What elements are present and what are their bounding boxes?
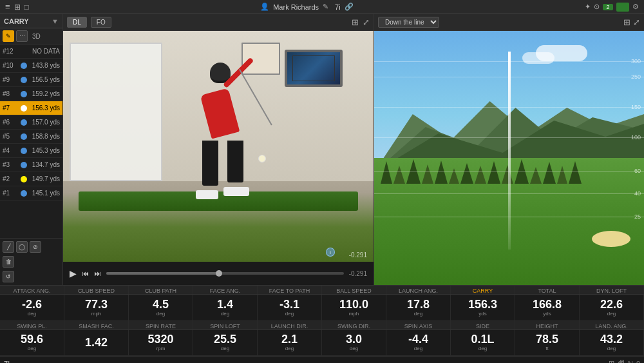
- view-dropdown[interactable]: Down the line: [378, 17, 439, 28]
- club-label: 7i: [335, 3, 341, 11]
- tree-11: [515, 159, 529, 184]
- dl-tab[interactable]: DL: [67, 17, 87, 28]
- data-headers-row2: SWING PL.SMASH FAC.SPIN RATESPIN LOFTLAU…: [0, 321, 644, 330]
- shot-item-#5[interactable]: #5158.8 yds: [0, 130, 62, 144]
- pen-tool-btn[interactable]: ✎: [3, 30, 14, 42]
- shot-num: #2: [3, 175, 21, 182]
- col-header-0: ATTACK ANG.: [0, 286, 64, 294]
- refresh-tool[interactable]: ↺: [3, 271, 14, 282]
- data-panel: ATTACK ANG.CLUB SPEEDCLUB PATHFACE ANG.F…: [0, 285, 644, 356]
- shot-item-#9[interactable]: #9156.5 yds: [0, 73, 62, 87]
- shot-dist: 159.2 yds: [29, 90, 60, 97]
- shot-item-#6[interactable]: #6157.0 yds: [0, 115, 62, 130]
- pen-icon[interactable]: ✎: [323, 3, 328, 11]
- shot-item-#2[interactable]: #2149.7 yds: [0, 172, 62, 186]
- shot-item-#7[interactable]: #7156.3 yds: [0, 101, 62, 115]
- gear-icon[interactable]: ⚙: [632, 3, 639, 11]
- data-value: 43.2: [600, 333, 623, 345]
- video-toolbar: DL FO ⊞ ⤢: [63, 14, 374, 31]
- view-3d-frame: 300 250 150 100 60 40 25: [374, 31, 644, 285]
- sidebar: CARRY ▼ ✎ ⋯ 3D #12NO DATA#10143.8 yds#91…: [0, 14, 63, 285]
- delete-tool[interactable]: 🗑: [3, 256, 14, 268]
- menu-icon[interactable]: ≡: [5, 2, 10, 12]
- tree-1: [381, 161, 392, 184]
- info-overlay[interactable]: i: [326, 248, 335, 257]
- fo-tab[interactable]: FO: [91, 17, 111, 28]
- data-unit: deg: [221, 346, 229, 351]
- shot-item-#3[interactable]: #3134.7 yds: [0, 158, 62, 172]
- tv-screen: [287, 52, 340, 84]
- 3d-expand-icon[interactable]: ⤢: [633, 17, 640, 27]
- tv: [285, 50, 343, 87]
- shot-dist: NO DATA: [21, 48, 60, 55]
- time-overlay: -0.291: [349, 251, 367, 259]
- taskbar-icon-3[interactable]: N: [628, 360, 633, 364]
- taskbar-icon-1[interactable]: ⊞: [609, 359, 614, 363]
- label-3d[interactable]: 3D: [30, 32, 43, 41]
- grid-label-150: 150: [631, 104, 641, 110]
- green-icon[interactable]: [616, 3, 629, 12]
- measure-tool[interactable]: ◯: [16, 241, 28, 253]
- data-cell-4: 2.1deg: [258, 330, 322, 356]
- prev-frame-button[interactable]: ⏮: [82, 270, 89, 277]
- data-cell-0: -2.6deg: [0, 295, 64, 320]
- grid-label-40: 40: [634, 190, 641, 197]
- video-section: DL FO ⊞ ⤢: [63, 14, 374, 285]
- data-unit: deg: [156, 311, 165, 317]
- grid-icon[interactable]: ⊞: [14, 3, 21, 12]
- taskbar-icon-4[interactable]: 0: [636, 360, 640, 364]
- data-value: -3.1: [279, 299, 299, 310]
- shot-color-dot: [21, 77, 27, 83]
- col-header-6: LAUNCH ANG.: [386, 286, 451, 294]
- sidebar-bottom-tools: ╱ ◯ ⊘ 🗑 ↺: [0, 238, 62, 285]
- window-icon[interactable]: □: [24, 3, 29, 12]
- shoe-right: [223, 187, 249, 196]
- data-value: 1.4: [217, 299, 233, 310]
- data-unit: ft: [545, 346, 548, 351]
- dropdown-arrow[interactable]: ▼: [52, 17, 59, 25]
- data-cell-1: 1.42: [64, 330, 129, 356]
- taskbar-icon-2[interactable]: 🗐: [618, 360, 625, 364]
- shot-item-#1[interactable]: #1145.1 yds: [0, 186, 62, 201]
- progress-bar[interactable]: [106, 272, 344, 275]
- shot-num: #1: [3, 190, 21, 197]
- shot-color-dot: [21, 105, 27, 112]
- progress-thumb[interactable]: [216, 270, 222, 277]
- next-frame-button[interactable]: ⏭: [94, 270, 101, 277]
- 3d-grid-icon[interactable]: ⊞: [623, 17, 630, 27]
- line-tool[interactable]: ⊘: [30, 241, 41, 253]
- col-header-1: CLUB SPEED: [64, 286, 129, 294]
- shot-color-dot: [21, 63, 27, 69]
- data-cell-8: 166.8yds: [515, 295, 580, 320]
- data-value: 2.1: [281, 333, 298, 345]
- data-cell-9: 22.6deg: [580, 295, 644, 320]
- shot-item-#8[interactable]: #8159.2 yds: [0, 87, 62, 101]
- col-header-7: SIDE: [451, 321, 515, 329]
- shot-item-#12[interactable]: #12NO DATA: [0, 44, 62, 59]
- data-unit: rpm: [156, 346, 166, 351]
- shot-item-#4[interactable]: #4145.3 yds: [0, 144, 62, 158]
- shot-color-dot: [21, 190, 27, 197]
- progress-fill: [106, 272, 220, 275]
- shot-dist: 156.3 yds: [29, 104, 60, 112]
- tool-btn-2[interactable]: ⋯: [16, 30, 28, 42]
- video-expand-icon[interactable]: ⤢: [363, 17, 370, 27]
- data-unit: mph: [91, 311, 102, 317]
- data-unit: yds: [478, 311, 486, 317]
- grid-60: 60: [374, 171, 644, 172]
- link-icon[interactable]: 🔗: [345, 3, 354, 11]
- data-value: 59.6: [21, 333, 43, 345]
- shot-item-#10[interactable]: #10143.8 yds: [0, 59, 62, 73]
- eraser-tool[interactable]: ╱: [3, 241, 14, 253]
- data-unit: deg: [478, 346, 487, 351]
- data-cell-5: 3.0deg: [322, 330, 386, 356]
- shot-num: #3: [3, 161, 21, 168]
- compass-icon[interactable]: ✦: [585, 3, 591, 11]
- shot-dist: 145.3 yds: [29, 147, 60, 154]
- shot-color-dot: [21, 91, 27, 97]
- data-headers-row1: ATTACK ANG.CLUB SPEEDCLUB PATHFACE ANG.F…: [0, 286, 644, 295]
- shot-num: #10: [3, 62, 21, 69]
- play-button[interactable]: ▶: [70, 268, 77, 279]
- video-grid-icon[interactable]: ⊞: [352, 17, 359, 27]
- camera-icon[interactable]: ⊙: [594, 3, 600, 11]
